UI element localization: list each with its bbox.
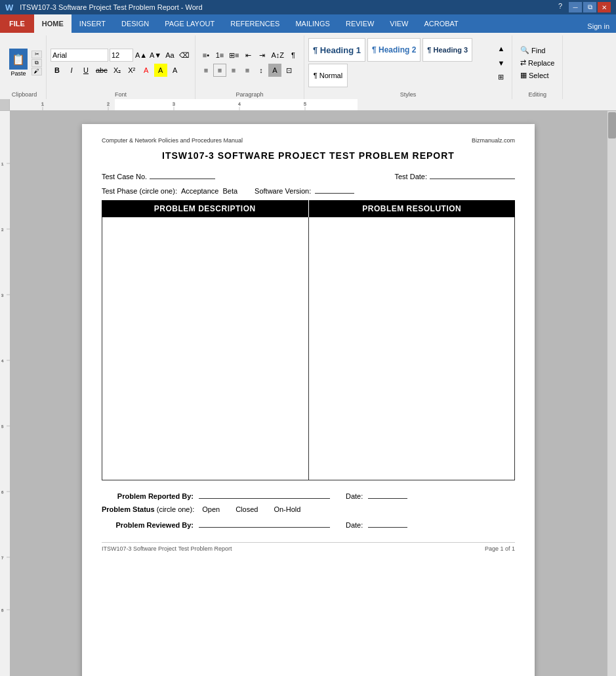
paragraph-label: Paragraph (236, 90, 263, 99)
show-hide-button[interactable]: ¶ (287, 49, 300, 62)
date-line-2[interactable] (368, 518, 407, 528)
copy-button[interactable]: ⧉ (31, 59, 42, 67)
restore-button[interactable]: ⧉ (583, 2, 596, 12)
tab-design[interactable]: DESIGN (113, 14, 157, 33)
reported-by-line[interactable] (199, 490, 330, 499)
ruler: 1 2 3 4 5 (0, 99, 616, 111)
styles-label: Styles (400, 90, 417, 99)
tab-view[interactable]: VIEW (382, 14, 416, 33)
svg-rect-12 (0, 111, 10, 676)
svg-text:4: 4 (238, 102, 241, 106)
tab-home[interactable]: HOME (34, 14, 72, 33)
tab-references[interactable]: REFERENCES (222, 14, 287, 33)
format-painter-button[interactable]: 🖌 (31, 68, 42, 75)
bold-button[interactable]: B (51, 64, 64, 77)
line-spacing-button[interactable]: ↕ (255, 64, 268, 77)
editing-group: 🔍 Find ⇄ Replace ▦ Select Editing (512, 35, 563, 99)
align-center-button[interactable]: ≡ (213, 64, 226, 77)
paste-button[interactable]: 📋 Paste (7, 47, 30, 78)
bullets-button[interactable]: ≡• (199, 49, 213, 62)
reviewed-by-line[interactable] (199, 518, 330, 528)
replace-button[interactable]: ⇄ Replace (516, 57, 558, 68)
shading-button[interactable]: A (268, 64, 281, 77)
tab-file[interactable]: FILE (0, 14, 34, 33)
software-version-line[interactable] (315, 184, 354, 194)
numbering-button[interactable]: 1≡ (213, 49, 226, 62)
tab-review[interactable]: REVIEW (338, 14, 382, 33)
increase-indent-button[interactable]: ⇥ (255, 49, 268, 62)
editing-group-content: 🔍 Find ⇄ Replace ▦ Select (516, 35, 558, 90)
subscript-button[interactable]: X₂ (111, 64, 124, 77)
find-button[interactable]: 🔍 Find (516, 45, 558, 56)
styles-group-content: ¶ Heading 1 ¶ Heading 2 ¶ Heading 3 ¶ No… (308, 35, 508, 90)
decrease-font-button[interactable]: A▼ (149, 49, 162, 62)
form-row-1: Test Case No. Test Date: (102, 170, 515, 180)
replace-icon: ⇄ (520, 58, 526, 67)
title-bar: W ITSW107-3 Software Project Test Proble… (0, 0, 616, 14)
font-size-input[interactable]: 12 (110, 49, 133, 62)
borders-button[interactable]: ⊡ (282, 64, 295, 77)
tab-insert[interactable]: INSERT (72, 14, 113, 33)
title-bar-controls[interactable]: ? ─ ⧉ ✕ (558, 2, 611, 12)
clear-format-button[interactable]: ⌫ (178, 49, 191, 62)
sign-in-button[interactable]: Sign in (581, 20, 616, 33)
text-color-button[interactable]: A (140, 64, 153, 77)
style-normal[interactable]: ¶ Normal (308, 64, 348, 87)
font-name-input[interactable]: Arial (51, 49, 108, 62)
find-icon: 🔍 (520, 46, 529, 54)
decrease-indent-button[interactable]: ⇤ (241, 49, 255, 62)
increase-font-button[interactable]: A▲ (134, 49, 148, 62)
test-date-line[interactable] (430, 170, 515, 179)
test-case-line[interactable] (150, 170, 215, 179)
highlight-button[interactable]: A (154, 64, 167, 77)
reviewed-by-label: Problem Reviewed By: (102, 521, 194, 529)
change-case-button[interactable]: Aa (163, 49, 176, 62)
styles-scroll-up[interactable]: ▲ (495, 42, 508, 55)
paragraph-group-content: ≡• 1≡ ⊞≡ ⇤ ⇥ A↕Z ¶ ≡ ≡ ≡ ≡ ↕ A ⊡ (199, 35, 300, 90)
justify-button[interactable]: ≡ (241, 64, 254, 77)
style-heading3[interactable]: ¶ Heading 3 (422, 38, 472, 62)
table-header: PROBLEM DESCRIPTION PROBLEM RESOLUTION (102, 200, 515, 217)
scroll-thumb[interactable] (608, 112, 616, 138)
style-heading1[interactable]: ¶ Heading 1 (308, 38, 365, 62)
table-body (102, 217, 515, 480)
multilevel-button[interactable]: ⊞≡ (227, 49, 241, 62)
underline-button[interactable]: U (79, 64, 92, 77)
cut-button[interactable]: ✂ (31, 51, 42, 58)
status-open: Open (202, 505, 220, 513)
align-right-button[interactable]: ≡ (227, 64, 240, 77)
font-label: Font (115, 90, 127, 99)
select-icon: ▦ (520, 71, 527, 79)
document-area[interactable]: Computer & Network Policies and Procedur… (10, 111, 607, 676)
tab-acrobat[interactable]: ACROBAT (416, 14, 466, 33)
style-heading2[interactable]: ¶ Heading 2 (367, 38, 421, 62)
styles-expand[interactable]: ⊞ (495, 71, 508, 84)
close-button[interactable]: ✕ (598, 2, 611, 12)
align-left-button[interactable]: ≡ (199, 64, 213, 77)
description-col[interactable] (102, 217, 309, 480)
styles-scroll-down[interactable]: ▼ (495, 56, 508, 70)
date-line-1[interactable] (368, 490, 407, 499)
select-button[interactable]: ▦ Select (516, 70, 558, 81)
left-ruler: 1 2 3 4 5 6 7 8 (0, 111, 10, 676)
ruler-corner (0, 99, 10, 110)
svg-rect-1 (115, 99, 358, 110)
minimize-button[interactable]: ─ (569, 2, 582, 12)
software-version-label: Software Version: (255, 187, 311, 195)
strikethrough-button[interactable]: abc (94, 64, 110, 77)
page-footer: ITSW107-3 Software Project Test Problem … (102, 542, 515, 552)
tab-mailings[interactable]: MAILINGS (287, 14, 338, 33)
help-icon[interactable]: ? (558, 2, 562, 12)
resolution-col[interactable] (309, 217, 515, 480)
italic-button[interactable]: I (65, 64, 78, 77)
svg-text:2: 2 (107, 102, 110, 106)
vertical-scrollbar[interactable] (607, 111, 616, 676)
test-case-field: Test Case No. (102, 170, 215, 180)
sort-button[interactable]: A↕Z (269, 49, 286, 62)
clipboard-sub-buttons: ✂ ⧉ 🖌 (31, 51, 42, 75)
paste-icon: 📋 (9, 49, 28, 70)
svg-text:1: 1 (41, 102, 44, 106)
tab-page-layout[interactable]: PAGE LAYOUT (157, 14, 222, 33)
superscript-button[interactable]: X² (125, 64, 138, 77)
font-color-button[interactable]: A (169, 64, 182, 77)
